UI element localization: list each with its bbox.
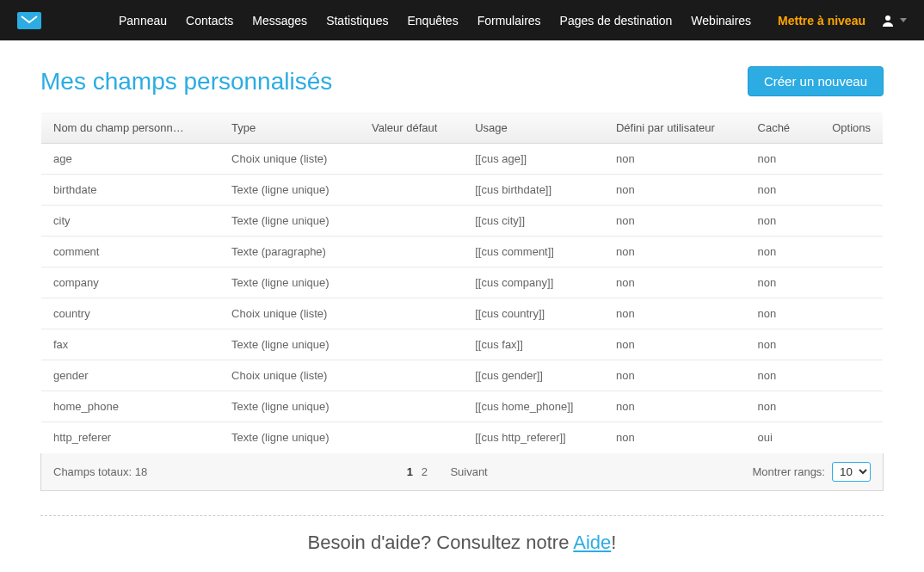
cell-type: Texte (ligne unique): [219, 206, 360, 237]
cell-type: Texte (ligne unique): [219, 391, 360, 422]
page-title: Mes champs personnalisés: [40, 68, 332, 95]
cell-type: Texte (ligne unique): [219, 268, 360, 298]
upgrade-link[interactable]: Mettre à niveau: [778, 14, 865, 28]
main-container: Mes champs personnalisés Créer un nouvea…: [40, 40, 884, 572]
cell-usage: [[cus country]]: [463, 298, 604, 329]
cell-hidden: non: [746, 144, 811, 175]
nav-messages[interactable]: Messages: [252, 14, 307, 28]
cell-options: [810, 422, 883, 453]
nav-enquetes[interactable]: Enquêtes: [408, 14, 459, 28]
pagination: 1 2 Suivant: [147, 465, 752, 478]
cell-type: Choix unique (liste): [219, 144, 360, 175]
nav-contacts[interactable]: Contacts: [186, 14, 233, 28]
pagination-page-current: 1: [407, 465, 413, 478]
cell-type: Texte (ligne unique): [219, 175, 360, 206]
table-footer: Champs totaux: 18 1 2 Suivant Montrer ra…: [40, 453, 884, 491]
cell-name: country: [41, 298, 220, 329]
table-row[interactable]: ageChoix unique (liste)[[cus age]]nonnon: [41, 144, 884, 175]
cell-default: [360, 175, 463, 206]
cell-user_defined: non: [604, 206, 746, 237]
th-usage[interactable]: Usage: [463, 113, 604, 144]
cell-name: age: [41, 144, 220, 175]
cell-hidden: non: [746, 237, 811, 268]
cell-hidden: non: [746, 175, 811, 206]
nav-panneau[interactable]: Panneau: [119, 14, 167, 28]
cell-name: city: [41, 206, 220, 237]
help-prefix: Besoin d'aide? Consultez notre: [308, 532, 574, 553]
cell-type: Texte (ligne unique): [219, 329, 360, 360]
cell-name: birthdate: [41, 175, 220, 206]
cell-type: Texte (ligne unique): [219, 422, 360, 453]
show-rows-select[interactable]: 10: [832, 462, 871, 482]
pagination-next[interactable]: Suivant: [450, 465, 487, 478]
cell-usage: [[cus company]]: [463, 268, 604, 298]
page-header: Mes champs personnalisés Créer un nouvea…: [40, 66, 884, 96]
th-userdefined[interactable]: Défini par utilisateur: [604, 113, 746, 144]
cell-usage: [[cus home_phone]]: [463, 391, 604, 422]
table-row[interactable]: commentTexte (paragraphe)[[cus comment]]…: [41, 237, 884, 268]
cell-user_defined: non: [604, 175, 746, 206]
cell-options: [810, 391, 883, 422]
th-options: Options: [810, 113, 883, 144]
cell-hidden: non: [746, 206, 811, 237]
nav-statistiques[interactable]: Statistiques: [326, 14, 388, 28]
nav-pages[interactable]: Pages de destination: [560, 14, 673, 28]
cell-user_defined: non: [604, 329, 746, 360]
pagination-page-2[interactable]: 2: [422, 465, 428, 478]
top-nav: Panneau Contacts Messages Statistiques E…: [0, 0, 924, 40]
cell-type: Choix unique (liste): [219, 298, 360, 329]
cell-options: [810, 268, 883, 298]
cell-user_defined: non: [604, 268, 746, 298]
cell-options: [810, 237, 883, 268]
th-default[interactable]: Valeur défaut: [360, 113, 463, 144]
cell-default: [360, 298, 463, 329]
cell-hidden: oui: [746, 422, 811, 453]
logo-icon[interactable]: [17, 12, 41, 29]
cell-user_defined: non: [604, 422, 746, 453]
cell-options: [810, 360, 883, 391]
table-row[interactable]: home_phoneTexte (ligne unique)[[cus home…: [41, 391, 884, 422]
table-row[interactable]: http_refererTexte (ligne unique)[[cus ht…: [41, 422, 884, 453]
cell-default: [360, 237, 463, 268]
cell-name: gender: [41, 360, 220, 391]
cell-usage: [[cus age]]: [463, 144, 604, 175]
cell-name: home_phone: [41, 391, 220, 422]
table-row[interactable]: cityTexte (ligne unique)[[cus city]]nonn…: [41, 206, 884, 237]
svg-point-0: [885, 15, 890, 21]
th-hidden[interactable]: Caché: [746, 113, 811, 144]
cell-user_defined: non: [604, 144, 746, 175]
create-new-button[interactable]: Créer un nouveau: [748, 66, 884, 96]
cell-options: [810, 298, 883, 329]
help-suffix: !: [611, 532, 616, 553]
cell-user_defined: non: [604, 360, 746, 391]
th-type[interactable]: Type: [219, 113, 360, 144]
nav-formulaires[interactable]: Formulaires: [477, 14, 541, 28]
cell-options: [810, 144, 883, 175]
cell-usage: [[cus birthdate]]: [463, 175, 604, 206]
cell-usage: [[cus city]]: [463, 206, 604, 237]
cell-default: [360, 329, 463, 360]
cell-usage: [[cus gender]]: [463, 360, 604, 391]
table-row[interactable]: genderChoix unique (liste)[[cus gender]]…: [41, 360, 884, 391]
table-row[interactable]: faxTexte (ligne unique)[[cus fax]]nonnon: [41, 329, 884, 360]
table-row[interactable]: birthdateTexte (ligne unique)[[cus birth…: [41, 175, 884, 206]
nav-links: Panneau Contacts Messages Statistiques E…: [119, 14, 778, 28]
cell-options: [810, 175, 883, 206]
help-link[interactable]: Aide: [573, 532, 611, 553]
show-rows-label: Montrer rangs:: [752, 465, 825, 478]
nav-webinaires[interactable]: Webinaires: [691, 14, 751, 28]
cell-options: [810, 329, 883, 360]
cell-name: fax: [41, 329, 220, 360]
cell-default: [360, 422, 463, 453]
table-row[interactable]: companyTexte (ligne unique)[[cus company…: [41, 268, 884, 298]
cell-default: [360, 268, 463, 298]
user-menu[interactable]: [881, 14, 907, 28]
cell-hidden: non: [746, 298, 811, 329]
total-count: Champs totaux: 18: [53, 465, 147, 478]
table-row[interactable]: countryChoix unique (liste)[[cus country…: [41, 298, 884, 329]
cell-usage: [[cus http_referer]]: [463, 422, 604, 453]
th-name[interactable]: Nom du champ personn…: [41, 113, 220, 144]
cell-user_defined: non: [604, 298, 746, 329]
chevron-down-icon: [900, 18, 907, 22]
cell-default: [360, 391, 463, 422]
